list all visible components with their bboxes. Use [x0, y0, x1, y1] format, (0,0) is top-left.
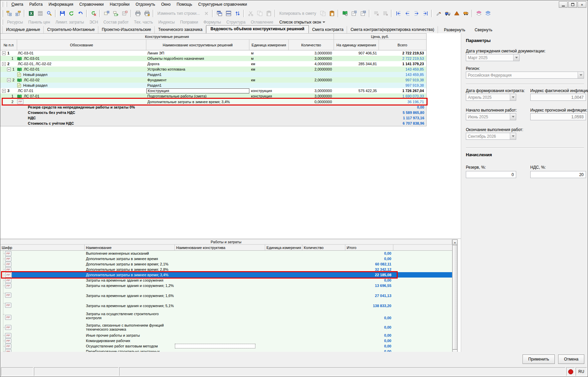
constructive-name-cell[interactable]: [175, 272, 265, 278]
quantity-cell[interactable]: [302, 308, 345, 320]
window-tile-icon[interactable]: [224, 9, 233, 18]
menu-item-3[interactable]: Информация: [46, 0, 76, 8]
unit-cell[interactable]: [265, 267, 302, 272]
sort-icon[interactable]: [233, 9, 242, 18]
unit-price-cell[interactable]: 285 344,81: [334, 61, 379, 67]
quantity-cell[interactable]: [302, 283, 345, 288]
actual-inflation-field[interactable]: 1,0047: [530, 94, 586, 101]
indent-last-icon[interactable]: [421, 9, 430, 18]
unit-price-cell[interactable]: [334, 56, 379, 61]
name-cell[interactable]: Устройство котлована: [146, 67, 249, 72]
row-number-cell[interactable]: 1: [0, 93, 17, 99]
name-cell[interactable]: Дополнительные затраты в зимнее время; 2…: [85, 261, 175, 267]
transport-van-icon[interactable]: [461, 9, 470, 18]
expand-all-button[interactable]: Развернуть: [441, 27, 469, 33]
quantity-cell[interactable]: [302, 251, 345, 256]
total-cell[interactable]: 60 082,11: [345, 261, 393, 267]
toolbar2-grip[interactable]: [1, 19, 3, 25]
table-row[interactable]: Новый разделРаздел1143 459,85: [0, 72, 426, 77]
print-settings-icon[interactable]: [143, 9, 151, 18]
constructive-name-cell[interactable]: [175, 338, 265, 343]
table-row[interactable]: 3ЛС 07-01Конструкцияконструкция3,0000000…: [0, 88, 426, 93]
cancel-button[interactable]: Отмена: [558, 354, 584, 364]
name-cell[interactable]: Затраты на осуществление строительного к…: [85, 308, 175, 320]
unit-cell[interactable]: [265, 298, 302, 308]
quantity-cell[interactable]: [302, 322, 345, 333]
unit-cell[interactable]: [249, 72, 289, 77]
unit-price-cell[interactable]: [334, 83, 379, 88]
work-start-select[interactable]: Июнь 2025: [466, 113, 516, 120]
unit-cell[interactable]: км: [249, 77, 289, 83]
resource-pr-icon[interactable]: ПР: [359, 9, 367, 18]
name-cell[interactable]: Осуществление работ вахтовым методом: [85, 343, 175, 349]
insert-note-icon[interactable]: [120, 9, 129, 18]
quantity-cell[interactable]: [302, 272, 345, 278]
unit-price-cell[interactable]: [334, 72, 379, 77]
hierarchy-collapse-icon[interactable]: [14, 9, 22, 18]
name-cell[interactable]: Затраты на временные здания и сооружения…: [85, 283, 175, 288]
indent-first-icon[interactable]: [394, 9, 402, 18]
quantity-cell[interactable]: 3,0000000: [289, 50, 334, 56]
language-indicator[interactable]: RU: [576, 367, 587, 376]
name-cell[interactable]: Командирование рабочих: [85, 338, 175, 343]
table-row[interactable]: Новый разделРаздел1997 919,38: [0, 83, 426, 88]
unit-price-cell[interactable]: 575 422,35: [334, 88, 379, 93]
save-icon[interactable]: [58, 9, 66, 18]
total-cell[interactable]: 2 722 219,53: [379, 56, 426, 61]
quantity-cell[interactable]: [302, 343, 345, 349]
chevron-down-icon[interactable]: [578, 72, 584, 78]
apply-button[interactable]: Применить: [523, 354, 555, 364]
export-excel-icon[interactable]: X: [27, 9, 35, 18]
menu-item-2[interactable]: Работа: [26, 0, 46, 8]
name-cell[interactable]: Затраты на временные здания и сооружения…: [85, 288, 175, 298]
unit-cell[interactable]: [265, 338, 302, 343]
name-cell[interactable]: Раздел1: [146, 83, 249, 88]
name-cell[interactable]: Раздел1: [146, 72, 249, 77]
menubar-grip-2[interactable]: [5, 2, 7, 7]
name-cell[interactable]: Фундамент: [146, 77, 249, 83]
tab-3[interactable]: Проектно-Изыскательские: [98, 26, 155, 33]
unit-cell[interactable]: [265, 261, 302, 267]
unit-cell[interactable]: конструкция: [249, 88, 289, 93]
table-row[interactable]: 2ЛС-02-01, ЛС-02-02Дорогакм4,0000000285 …: [0, 61, 426, 67]
list-item[interactable]: РРЗатраты на временные здания и сооружен…: [0, 283, 452, 288]
list-item[interactable]: РРЗатраты на осуществление строительного…: [0, 308, 452, 321]
list-item[interactable]: РРЗатраты на временные здания и сооружен…: [0, 298, 452, 308]
constructive-name-cell[interactable]: [175, 283, 265, 288]
constructive-name-cell[interactable]: [175, 278, 265, 283]
name-cell[interactable]: Подготовительные работы (смета): [146, 93, 249, 99]
unit-cell[interactable]: [265, 251, 302, 256]
lower-table-scrollbar[interactable]: ▲ ▼: [452, 239, 458, 352]
code-cell[interactable]: РР: [0, 349, 85, 352]
code-cell[interactable]: РР: [0, 256, 85, 261]
name-cell[interactable]: Выполнение инженерных изысканий: [85, 251, 175, 256]
unit-cell[interactable]: м: [249, 50, 289, 56]
tab-7[interactable]: Смета контракта(корректировка количества…: [347, 26, 438, 33]
name-cell[interactable]: Перебазирование строительно-монтажных: [85, 349, 175, 352]
zoom-icon[interactable]: [45, 9, 53, 18]
code-cell[interactable]: РР: [0, 343, 85, 349]
quantity-cell[interactable]: 0,0000000: [289, 99, 334, 104]
unit-cell[interactable]: м: [249, 56, 289, 61]
quantity-cell[interactable]: [302, 288, 345, 298]
undo-icon[interactable]: [76, 9, 85, 18]
constructive-name-cell[interactable]: [175, 261, 265, 267]
name-cell[interactable]: Дорога: [146, 61, 249, 67]
materials-bricks-icon[interactable]: [452, 9, 461, 18]
unit-cell[interactable]: [265, 349, 302, 352]
constructive-name-cell[interactable]: [175, 308, 265, 320]
layers-blue-icon[interactable]: [484, 9, 492, 18]
code-cell[interactable]: РР: [0, 251, 85, 256]
basis-cell[interactable]: Новый раздел: [17, 83, 146, 88]
total-cell[interactable]: 997 919,38: [379, 77, 426, 83]
unit-price-cell[interactable]: [334, 93, 379, 99]
total-cell[interactable]: 0,00: [345, 343, 393, 349]
menubar-grip[interactable]: [1, 2, 3, 7]
list-item[interactable]: РРДополнительные затраты в зимнее время;…: [0, 272, 452, 278]
list-item[interactable]: РРВыполнение инженерных изысканий0,00: [0, 251, 452, 256]
total-cell[interactable]: 0,00: [345, 333, 393, 338]
total-cell[interactable]: 0,00: [345, 278, 393, 283]
unit-cell[interactable]: конструкция: [249, 93, 289, 99]
insert-row-icon[interactable]: [102, 9, 111, 18]
resource-book-icon[interactable]: [341, 9, 349, 18]
